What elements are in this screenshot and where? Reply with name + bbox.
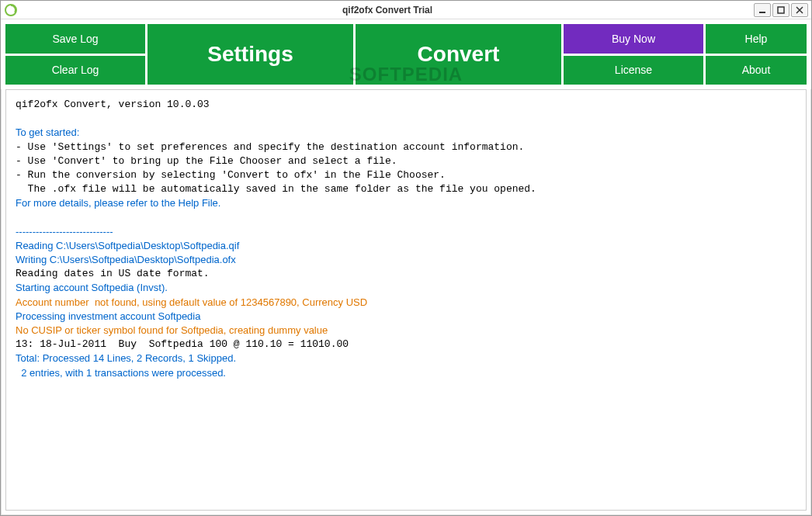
log-instruction-2: - Use 'Convert' to bring up the File Cho… <box>16 154 796 168</box>
log-writing-file: Writing C:\Users\Softpedia\Desktop\Softp… <box>16 253 796 267</box>
svg-rect-2 <box>778 7 784 13</box>
toolbar: Save Log Clear Log Settings Convert Buy … <box>1 19 811 89</box>
main-window: qif2ofx Convert Trial Save Log Clear Log… <box>0 0 812 516</box>
log-processing: Processing investment account Softpedia <box>16 310 796 324</box>
log-account-warning: Account number not found, using default … <box>16 296 796 310</box>
log-divider: ----------------------------- <box>16 225 796 239</box>
buy-now-button[interactable]: Buy Now <box>564 24 703 54</box>
convert-button[interactable]: Convert <box>356 24 561 85</box>
log-total: Total: Processed 14 Lines, 2 Records, 1 … <box>16 352 796 365</box>
log-instruction-1: - Use 'Settings' to set preferences and … <box>16 140 796 154</box>
about-button[interactable]: About <box>706 56 807 85</box>
settings-button[interactable]: Settings <box>147 24 353 85</box>
save-log-button[interactable]: Save Log <box>5 24 145 54</box>
right-button-group-2: Help About <box>706 24 807 85</box>
window-title: qif2ofx Convert Trial <box>21 5 754 16</box>
log-reading-file: Reading C:\Users\Softpedia\Desktop\Softp… <box>16 239 796 253</box>
log-entries: 2 entries, with 1 transactions were proc… <box>16 366 796 380</box>
log-panel: qif2ofx Convert, version 10.0.03 To get … <box>5 89 807 511</box>
close-button[interactable] <box>791 3 808 17</box>
log-transaction: 13: 18-Jul-2011 Buy Softpedia 100 @ 110.… <box>16 338 796 352</box>
clear-log-button[interactable]: Clear Log <box>5 56 145 85</box>
log-instruction-4: The .ofx file will be automatically save… <box>16 182 796 196</box>
maximize-button[interactable] <box>772 3 789 17</box>
minimize-button[interactable] <box>754 3 771 17</box>
svg-point-0 <box>5 5 16 16</box>
log-get-started-header: To get started: <box>16 126 796 140</box>
log-help-reference: For more details, please refer to the He… <box>16 196 796 210</box>
log-version: qif2ofx Convert, version 10.0.03 <box>16 98 796 112</box>
help-button[interactable]: Help <box>706 24 807 54</box>
titlebar: qif2ofx Convert Trial <box>1 1 811 19</box>
log-instruction-3: - Run the conversion by selecting 'Conve… <box>16 168 796 182</box>
log-cusip-warning: No CUSIP or ticker symbol found for Soft… <box>16 324 796 338</box>
log-date-format: Reading dates in US date format. <box>16 267 796 281</box>
app-icon <box>4 3 18 17</box>
window-controls <box>754 3 808 17</box>
left-button-group: Save Log Clear Log <box>5 24 145 85</box>
svg-rect-1 <box>759 12 765 13</box>
log-starting-account: Starting account Softpedia (Invst). <box>16 281 796 295</box>
license-button[interactable]: License <box>564 56 703 85</box>
right-button-group-1: Buy Now License <box>564 24 703 85</box>
